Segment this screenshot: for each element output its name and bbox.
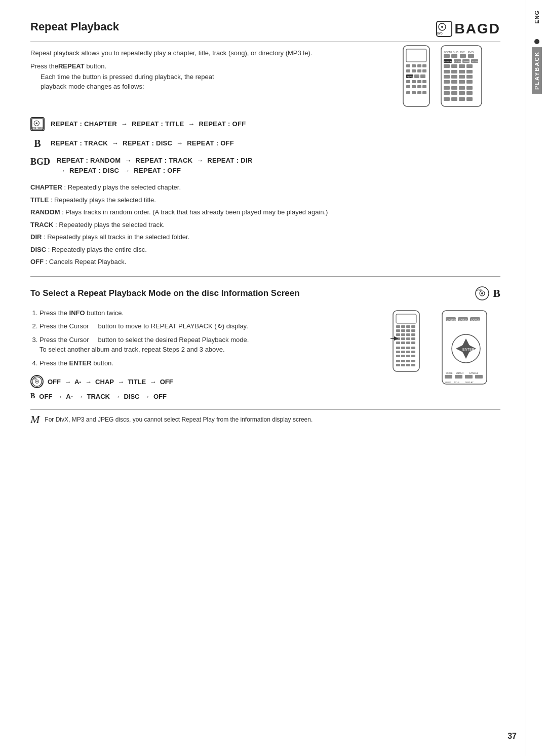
step-3-extra: To select another album and track, repea… [40, 346, 225, 353]
svg-rect-97 [411, 329, 415, 332]
intro-left: Repeat playback allows you to repeatedly… [30, 48, 389, 109]
svg-rect-95 [401, 329, 405, 332]
repeat-button-label: REPEAT [58, 62, 85, 70]
svg-rect-38 [468, 54, 474, 58]
svg-point-77 [36, 123, 37, 124]
svg-rect-17 [420, 74, 425, 78]
svg-rect-48 [451, 64, 457, 68]
svg-rect-98 [396, 333, 400, 336]
svg-rect-13 [422, 69, 426, 72]
svg-rect-35 [444, 54, 450, 58]
svg-rect-25 [422, 85, 426, 88]
svg-rect-37 [460, 54, 466, 58]
svg-text:REPEAT: REPEAT [444, 60, 452, 63]
seq-text-dvd: OFF → A- → CHAP → TITLE → OFF [48, 378, 173, 386]
svg-text:LOUD: LOUD [451, 51, 458, 54]
svg-rect-128 [406, 364, 410, 366]
svg-rect-24 [417, 85, 421, 88]
bgd-icon-mode: BGD [30, 157, 51, 167]
repeat-line-bgd: BGD REPEAT : RANDOM → REPEAT : TRACK → R… [30, 156, 500, 175]
svg-rect-104 [406, 337, 410, 340]
svg-text:SLOW: SLOW [445, 381, 451, 384]
svg-rect-151 [475, 375, 483, 379]
intro-section: Repeat playback allows you to repeatedly… [30, 48, 500, 109]
desc-off: OFF : Cancels Repeat Playback. [30, 257, 500, 267]
svg-rect-70 [466, 91, 473, 95]
select-body: Press the INFO button twice. Press the C… [30, 308, 500, 405]
note-m-letter: M [30, 413, 40, 426]
svg-text:EVOL: EVOL [468, 51, 475, 54]
seq-line-dvd: DVD OFF → A- → CHAP → TITLE → OFF [30, 375, 379, 388]
lang-label: ENG [534, 10, 540, 24]
step-4: Press the ENTER button. [40, 358, 379, 368]
svg-rect-60 [451, 80, 457, 84]
svg-rect-51 [444, 70, 450, 73]
svg-text:ZOOM: ZOOM [444, 51, 451, 54]
svg-rect-125 [411, 360, 415, 362]
svg-rect-96 [406, 329, 410, 332]
svg-text:DVD: DVD [32, 127, 36, 129]
playback-label: PLAYBACK [532, 47, 542, 94]
svg-rect-18 [406, 80, 410, 83]
svg-rect-119 [401, 355, 405, 357]
note-section: M For DivX, MP3 and JPEG discs, you cann… [30, 409, 500, 426]
svg-text:ENTER: ENTER [462, 348, 475, 351]
section2-title: To Select a Repeat Playback Mode on the … [30, 288, 475, 298]
desc-random: RANDOM : Plays tracks in random order. (… [30, 207, 500, 217]
svg-rect-102 [396, 337, 400, 340]
svg-rect-126 [396, 364, 400, 366]
svg-rect-93 [411, 325, 415, 328]
svg-rect-26 [406, 91, 410, 94]
press-suffix: button. [85, 62, 106, 70]
svg-text:REPEAT: REPEAT [407, 75, 415, 78]
repeat-modes: DVD VIDEO REPEAT : CHAPTER → REPEAT : TI… [30, 117, 500, 175]
section2-header: To Select a Repeat Playback Mode on the … [30, 286, 500, 301]
svg-point-2 [441, 26, 443, 28]
playback-sidebar: PLAYBACK [532, 39, 542, 94]
svg-rect-94 [396, 329, 400, 332]
svg-rect-16 [414, 74, 419, 78]
svg-point-86 [36, 381, 38, 383]
desc2: playback mode changes as follows: [41, 83, 144, 90]
svg-text:CH/SEG: CH/SEG [459, 318, 468, 321]
svg-rect-99 [401, 333, 405, 336]
svg-rect-50 [466, 64, 473, 68]
desc-track: TRACK : Repeatedly plays the selected tr… [30, 220, 500, 230]
svg-text:CANCEL: CANCEL [469, 372, 479, 374]
remote-images-top: REPEAT [399, 43, 500, 109]
remote-small-icon: REPEAT [399, 43, 434, 109]
dvd-video-icon: DVD VIDEO [30, 117, 45, 131]
svg-rect-148 [445, 375, 452, 379]
svg-rect-22 [406, 85, 410, 88]
svg-rect-108 [406, 342, 410, 344]
desc1: Each time the button is pressed during p… [41, 73, 214, 81]
svg-rect-36 [451, 54, 457, 58]
svg-rect-127 [401, 364, 405, 366]
right-sidebar: ENG PLAYBACK [526, 0, 547, 756]
repeat-line-dvd: DVD VIDEO REPEAT : CHAPTER → REPEAT : TI… [30, 117, 500, 131]
svg-rect-122 [396, 360, 400, 362]
svg-text:ENTER: ENTER [456, 372, 464, 374]
seq-text-b: OFF → A- → TRACK → DISC → OFF [39, 393, 167, 400]
select-left: Press the INFO button twice. Press the C… [30, 308, 379, 405]
section1-header: Repeat Playback DVD BAGD [30, 20, 500, 42]
svg-text:VIDEO: VIDEO [37, 127, 43, 129]
svg-rect-27 [412, 91, 416, 94]
svg-rect-21 [422, 80, 426, 83]
mode-text-b: REPEAT : TRACK → REPEAT : DISC → REPEAT … [51, 138, 234, 148]
svg-rect-112 [406, 347, 410, 349]
section1-title: Repeat Playback [30, 20, 119, 33]
svg-rect-5 [406, 49, 426, 62]
svg-rect-149 [455, 375, 462, 379]
svg-text:DIMMER: DIMMER [463, 60, 471, 63]
mode-text-bgd: REPEAT : RANDOM → REPEAT : TRACK → REPEA… [57, 156, 253, 175]
svg-rect-6 [406, 64, 410, 67]
svg-rect-10 [406, 69, 410, 72]
svg-rect-72 [451, 97, 457, 101]
svg-rect-111 [401, 347, 405, 349]
dvd-small-icon: DVD [475, 286, 490, 301]
section2-badge: DVD B [475, 286, 500, 301]
svg-text:MODE: MODE [446, 372, 453, 374]
svg-rect-73 [459, 97, 465, 101]
svg-rect-103 [401, 337, 405, 340]
